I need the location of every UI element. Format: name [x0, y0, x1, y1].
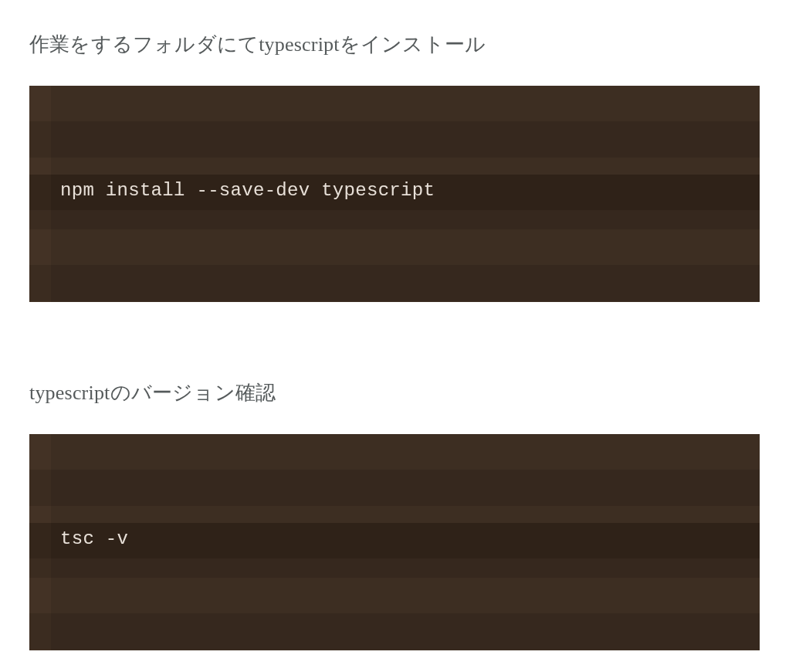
section-version: typescriptのバージョン確認 tsc -v [29, 379, 760, 650]
code-block-version[interactable]: tsc -v [29, 434, 760, 650]
heading-version: typescriptのバージョン確認 [29, 379, 760, 406]
code-content-version: tsc -v [60, 528, 128, 549]
code-gutter-highlight [29, 523, 51, 558]
code-content-install: npm install --save-dev typescript [60, 180, 435, 201]
section-install: 作業をするフォルダにてtypescriptをインストール npm install… [29, 31, 760, 302]
code-block-install[interactable]: npm install --save-dev typescript [29, 86, 760, 302]
code-gutter-highlight [29, 175, 51, 210]
heading-install: 作業をするフォルダにてtypescriptをインストール [29, 31, 760, 58]
code-line-highlight [51, 523, 760, 558]
